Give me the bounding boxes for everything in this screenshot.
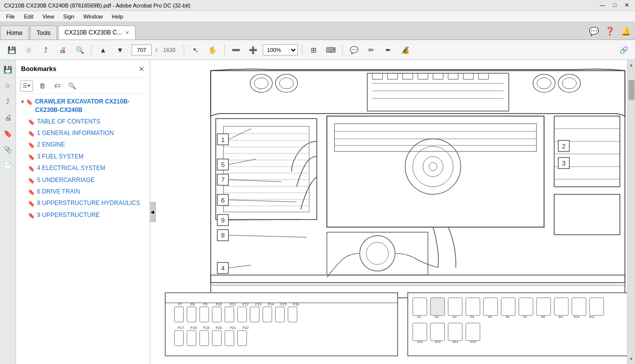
menu-window[interactable]: Window <box>79 12 107 20</box>
page-separator: / <box>156 47 157 53</box>
menu-file[interactable]: File <box>2 12 19 20</box>
tab-close-btn[interactable]: ✕ <box>125 30 129 36</box>
comment-btn[interactable]: 💬 <box>347 43 362 57</box>
bookmarks-close-btn[interactable]: ✕ <box>139 65 145 73</box>
svg-text:7: 7 <box>221 176 225 184</box>
side-share-icon[interactable]: ⤴ <box>2 95 15 108</box>
svg-text:F20: F20 <box>216 326 222 330</box>
fit-page-btn[interactable]: ⊞ <box>306 43 321 57</box>
tab-doc[interactable]: CX210B CX230B C... ✕ <box>58 26 136 40</box>
bm-options-btn[interactable]: ☰▾ <box>20 80 33 92</box>
menu-view[interactable]: View <box>39 12 59 20</box>
page-total: 1630 <box>163 47 175 53</box>
side-print-icon[interactable]: 🖨 <box>2 111 15 124</box>
svg-text:F19: F19 <box>203 326 209 330</box>
technical-diagram: 1 2 3 4 5 6 <box>150 60 635 364</box>
svg-text:9: 9 <box>221 216 225 224</box>
collapse-arrow[interactable]: ▼ <box>20 98 25 106</box>
bookmark-6-label: 6 DRIVE TRAIN <box>37 188 80 196</box>
bookmark-toc-label: TABLE OF CONTENTS <box>37 118 100 126</box>
print-toolbar-btn[interactable]: 🖨 <box>55 43 70 57</box>
separator-4 <box>302 44 302 56</box>
svg-text:F9: F9 <box>203 302 207 306</box>
hand-tool-btn[interactable]: ✋ <box>205 43 220 57</box>
title-bar-text: CX210B CX230B CX240B (87616569B).pdf - A… <box>4 2 190 8</box>
bm-6-icon: 🔖 <box>28 188 35 196</box>
bm-3-icon: 🔖 <box>28 154 35 161</box>
bookmark-item-1[interactable]: 🔖 1 GENERAL INFORMATION <box>16 128 150 139</box>
find-toolbar-btn[interactable]: 🔍 <box>72 43 87 57</box>
bookmark-root[interactable]: ▼ 🔖 CRAWLER EXCAVATOR CX210B-CX230B-CX24… <box>16 96 150 116</box>
stamp-btn[interactable]: 🔏 <box>398 43 413 57</box>
svg-text:R2: R2 <box>435 316 439 318</box>
svg-text:4: 4 <box>221 264 225 272</box>
bm-5-icon: 🔖 <box>28 177 35 184</box>
bookmarks-title: Bookmarks <box>21 65 57 72</box>
side-save-icon[interactable]: 💾 <box>2 63 15 76</box>
bm-8-icon: 🔖 <box>28 200 35 208</box>
maximize-btn[interactable]: □ <box>611 2 618 8</box>
zoom-select[interactable]: 50% 75% 100% 125% 150% 200% <box>263 44 298 56</box>
svg-text:R15: R15 <box>470 340 476 344</box>
fit-width-btn[interactable]: ⌨ <box>323 43 338 57</box>
svg-text:3: 3 <box>562 160 565 167</box>
minimize-btn[interactable]: — <box>597 2 607 8</box>
separator-5 <box>342 44 343 56</box>
tab-tools[interactable]: Tools <box>30 26 57 40</box>
scrollbar-thumb[interactable] <box>628 80 634 100</box>
bookmark-item-9[interactable]: 🔖 9 UPPERSTRUCTURE <box>16 210 150 221</box>
panel-collapse-btn[interactable]: ◀ <box>150 202 156 222</box>
menu-sign[interactable]: Sign <box>59 12 78 20</box>
tab-home-label: Home <box>7 30 23 36</box>
side-bookmark-star-icon[interactable]: ☆ <box>2 79 15 92</box>
menu-help[interactable]: Help <box>108 12 128 20</box>
separator-2 <box>184 44 184 56</box>
separator-3 <box>224 44 225 56</box>
svg-rect-118 <box>430 298 444 316</box>
pdf-scrollbar[interactable]: ▲ ▼ <box>627 60 635 364</box>
toolbar: 💾 ☆ ⤴ 🖨 🔍 ▲ ▼ / 1630 ↖ ✋ ➖ ➕ 50% 75% 100… <box>0 40 635 60</box>
svg-text:F18: F18 <box>191 326 197 330</box>
zoom-in-btn[interactable]: ➕ <box>246 43 261 57</box>
bookmarks-list: ▼ 🔖 CRAWLER EXCAVATOR CX210B-CX230B-CX24… <box>16 94 150 364</box>
chat-icon[interactable]: 💬 <box>589 26 599 36</box>
help-circle-icon[interactable]: ❓ <box>605 26 615 36</box>
bookmark-toolbar-btn[interactable]: ☆ <box>21 43 36 57</box>
page-number-input[interactable] <box>132 44 152 56</box>
highlight-btn[interactable]: ✏ <box>364 43 379 57</box>
bookmark-item-6[interactable]: 🔖 6 DRIVE TRAIN <box>16 186 150 198</box>
menu-edit[interactable]: Edit <box>20 12 38 20</box>
bookmark-item-8[interactable]: 🔖 8 UPPERSTRUCTURE HYDRAULICS <box>16 198 150 209</box>
bookmark-item-2[interactable]: 🔖 2 ENGINE <box>16 139 150 150</box>
bookmark-item-4[interactable]: 🔖 4 ELECTRICAL SYSTEM <box>16 162 150 174</box>
side-attach-icon[interactable]: 📎 <box>2 143 15 156</box>
bm-add-tag-btn[interactable]: 🏷 <box>51 80 63 92</box>
link-btn[interactable]: 🔗 <box>616 43 631 57</box>
bm-delete-btn[interactable]: 🗑 <box>36 80 48 92</box>
svg-text:R5: R5 <box>488 316 492 318</box>
cursor-tool-btn[interactable]: ↖ <box>188 43 203 57</box>
pdf-area[interactable]: 1 2 3 4 5 6 <box>150 60 635 364</box>
save-toolbar-btn[interactable]: 💾 <box>4 43 19 57</box>
separator-1 <box>91 44 92 56</box>
svg-text:R4: R4 <box>470 316 474 318</box>
menu-bar: File Edit View Sign Window Help <box>0 11 635 22</box>
bookmark-item-3[interactable]: 🔖 3 FUEL SYSTEM <box>16 151 150 162</box>
svg-text:R11: R11 <box>589 316 595 318</box>
bm-search-btn[interactable]: 🔍 <box>66 80 78 92</box>
draw-btn[interactable]: ✒ <box>381 43 396 57</box>
bookmark-item-5[interactable]: 🔖 5 UNDERCARRIAGE <box>16 174 150 186</box>
close-btn[interactable]: ✕ <box>622 2 631 8</box>
zoom-out-btn[interactable]: ➖ <box>229 43 244 57</box>
tab-home[interactable]: Home <box>0 26 29 40</box>
tab-bar-actions: 💬 ❓ 🔔 <box>589 26 631 36</box>
svg-text:R12: R12 <box>417 340 423 344</box>
share-toolbar-btn[interactable]: ⤴ <box>38 43 53 57</box>
side-page-thumb-icon[interactable]: 📄 <box>2 159 15 172</box>
notification-icon[interactable]: 🔔 <box>621 26 631 36</box>
prev-page-btn[interactable]: ▲ <box>96 43 111 57</box>
bookmark-item-toc[interactable]: 🔖 TABLE OF CONTENTS <box>16 116 150 128</box>
svg-text:R9: R9 <box>559 316 563 318</box>
side-bookmark-panel-icon[interactable]: 🔖 <box>2 127 15 140</box>
next-page-btn[interactable]: ▼ <box>113 43 128 57</box>
